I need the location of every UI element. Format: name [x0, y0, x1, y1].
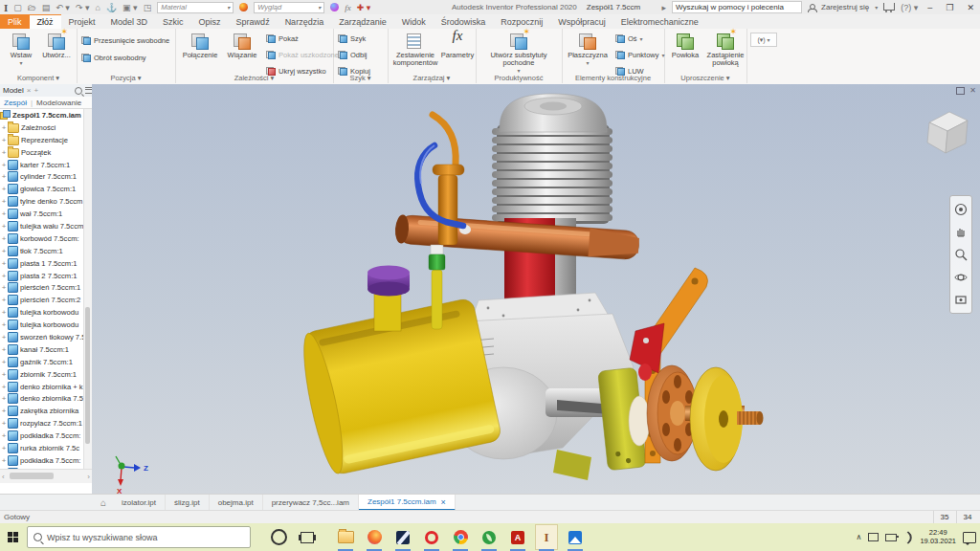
expander-icon[interactable]: +	[0, 222, 8, 231]
tree-item[interactable]: + pierścień 7.5ccm:2	[0, 294, 84, 306]
tree-item[interactable]: + pierścień 7.5ccm:1	[0, 281, 84, 294]
collapse-search-icon[interactable]: ▸	[662, 3, 667, 12]
expander-icon[interactable]: +	[0, 234, 8, 243]
close-button[interactable]: ✕	[963, 3, 978, 12]
start-button[interactable]	[0, 523, 25, 551]
scroll-left-icon[interactable]: ‹	[2, 473, 5, 481]
green-app-icon[interactable]	[475, 523, 503, 551]
open-icon[interactable]: 🗁	[28, 3, 36, 12]
inventor-taskbar-icon[interactable]: I	[532, 523, 561, 551]
ribbon-tab[interactable]: Sprawdź	[229, 14, 278, 29]
ribbon-tab[interactable]: Współpracuj	[550, 14, 613, 29]
expander-icon[interactable]: +	[0, 456, 8, 465]
expander-icon[interactable]: +	[0, 444, 8, 452]
browser-close-icon[interactable]: ×	[27, 86, 32, 95]
minimize-button[interactable]: –	[924, 3, 936, 12]
tree-item[interactable]: + kanał 7.5ccm:1	[0, 343, 84, 356]
tree-root[interactable]: Zespół1 7.5ccm.iam ˄	[0, 109, 84, 121]
expander-icon[interactable]: +	[0, 419, 8, 428]
ribbon-tab[interactable]: Plik	[0, 14, 30, 29]
przesuniecie-button[interactable]: Przesunięcie swobodne	[81, 34, 169, 46]
punktowy-button[interactable]: Punktowy▾	[615, 49, 665, 60]
expander-icon[interactable]: +	[0, 123, 8, 132]
tree-item[interactable]: + głowica 7.5ccm:1	[0, 183, 84, 195]
expander-icon[interactable]: +	[0, 247, 8, 255]
polaczenie-button[interactable]: Połączenie	[179, 32, 221, 59]
store-cart-icon[interactable]	[883, 3, 895, 11]
adjust-icon[interactable]	[330, 3, 339, 11]
tree-item[interactable]: + Początek	[0, 146, 84, 159]
expander-icon[interactable]: +	[0, 370, 8, 379]
undo-icon[interactable]: ↶ ▾	[56, 3, 70, 12]
sketch-icon[interactable]: ⚓	[106, 3, 117, 12]
doc-restore-icon[interactable]	[956, 87, 965, 95]
expander-icon[interactable]: +	[0, 358, 8, 366]
expander-icon[interactable]: +	[0, 383, 8, 391]
expander-icon[interactable]: +	[0, 161, 8, 169]
expander-icon[interactable]: +	[0, 172, 8, 181]
acrobat-icon[interactable]: A	[503, 523, 532, 551]
tree-item[interactable]: + Reprezentacje	[0, 134, 84, 146]
obrot-button[interactable]: Obrót swobodny	[81, 52, 146, 63]
help-search-box[interactable]: Wyszukaj w pomocy i polecenia	[672, 1, 802, 13]
home-icon[interactable]: ⌂	[95, 3, 100, 12]
pokaz-button[interactable]: Pokaż	[266, 33, 299, 44]
appearance-ball-icon[interactable]	[239, 3, 248, 11]
tab-close-icon[interactable]: ×	[441, 497, 446, 507]
add-icon[interactable]: ✚ ▾	[357, 3, 371, 12]
tray-battery-icon[interactable]	[885, 534, 897, 541]
ribbon-tab[interactable]: Narzędzia	[278, 14, 332, 29]
tree-item[interactable]: + Zależności	[0, 121, 84, 134]
cortana-button[interactable]	[264, 523, 293, 551]
tree-item[interactable]: + zbiornik 7.5ccm:1	[0, 368, 84, 381]
tree-item[interactable]: + tłok 7.5ccm:1	[0, 245, 84, 257]
browser-search-icon[interactable]	[75, 87, 82, 95]
tray-expand-icon[interactable]: ∧	[857, 533, 862, 541]
expander-icon[interactable]: +	[0, 333, 8, 342]
tray-display-icon[interactable]	[868, 533, 879, 541]
pan-icon[interactable]	[954, 225, 968, 238]
tree-item[interactable]: + rurka zbiornik 7.5c	[0, 442, 84, 454]
save-icon[interactable]: ▤	[42, 3, 51, 12]
ribbon-tab[interactable]: Elektromechaniczne	[613, 14, 706, 29]
chrome-icon[interactable]	[446, 523, 475, 551]
wiazanie-button[interactable]: Wiązanie	[223, 32, 261, 59]
ribbon-tab[interactable]: Widok	[394, 14, 434, 29]
tray-network-icon[interactable]	[902, 530, 915, 543]
help-icon[interactable]: (?) ▾	[901, 3, 918, 12]
expander-icon[interactable]: +	[0, 431, 8, 440]
sign-in-link[interactable]: Zarejestruj się	[821, 3, 869, 11]
expander-icon[interactable]: +	[0, 197, 8, 206]
restore-button[interactable]: ❐	[942, 3, 957, 12]
tab-modelowanie[interactable]: Modelowanie	[36, 99, 81, 107]
zastapienie-button[interactable]: Zastąpienie powłoką	[704, 32, 746, 67]
tree-item[interactable]: + tulejka korbowodu	[0, 319, 84, 331]
expander-icon[interactable]: +	[0, 394, 8, 403]
doc-tab[interactable]: przerywacz 7,5cc...iam	[263, 495, 359, 511]
zoom-icon[interactable]	[954, 248, 968, 261]
tree-item[interactable]: + zakrętka zbiornika	[0, 405, 84, 417]
3d-viewport[interactable]: ✕	[92, 84, 980, 494]
pokaz-uszkodzone-button[interactable]: Pokaż uszkodzone	[266, 49, 339, 60]
utworz-button[interactable]: Utwórz...	[40, 32, 73, 59]
zestawienie-button[interactable]: Zestawienie komponentów	[390, 32, 440, 67]
doc-close-icon[interactable]: ✕	[969, 86, 976, 95]
doc-tab[interactable]: ślizg.ipt	[166, 495, 210, 511]
doc-tab-active[interactable]: Zespół1 7.5ccm.iam ×	[359, 495, 456, 511]
expander-icon[interactable]: +	[0, 407, 8, 415]
taskbar-search[interactable]: Wpisz tu wyszukiwane słowa	[27, 526, 251, 548]
notification-center-icon[interactable]	[963, 532, 976, 543]
ribbon-tab[interactable]: Rozpocznij	[493, 14, 550, 29]
tree-item[interactable]: + karter 7.5ccm:1	[0, 159, 84, 171]
scroll-right-icon[interactable]: ›	[87, 473, 90, 481]
expander-icon[interactable]: +	[0, 345, 8, 354]
browser-menu-icon[interactable]	[85, 87, 92, 94]
browser-vertical-scrollbar[interactable]	[83, 109, 92, 469]
tab-zespol[interactable]: Zespół	[4, 99, 27, 107]
ribbon-tab[interactable]: Zarządzanie	[331, 14, 394, 29]
expander-icon[interactable]: +	[0, 209, 8, 218]
sign-in-caret-icon[interactable]: ▾	[875, 4, 878, 11]
powloka-button[interactable]: Powłoka	[666, 32, 704, 59]
tree-item[interactable]: + wał 7.5ccm:1	[0, 208, 84, 220]
tree-item[interactable]: + sworzeń tłokowy 7.5	[0, 331, 84, 343]
